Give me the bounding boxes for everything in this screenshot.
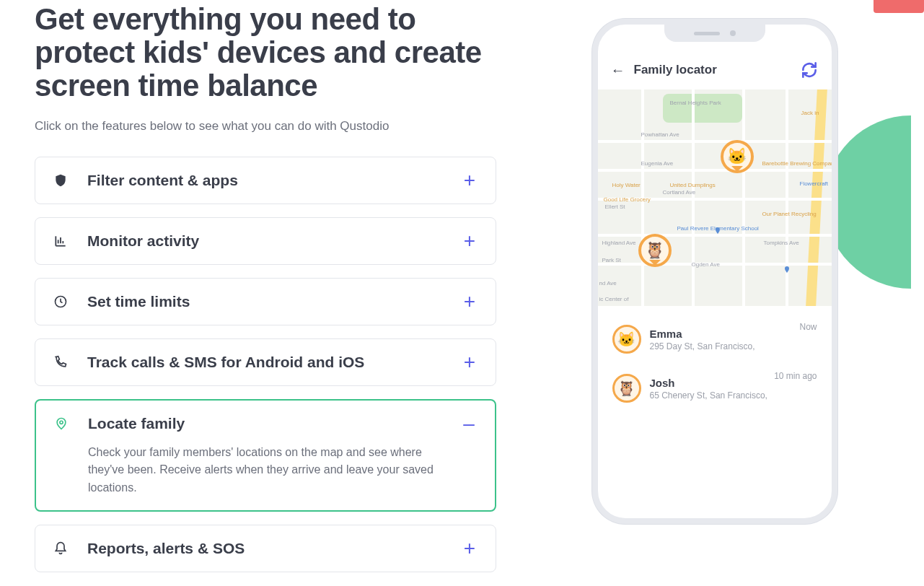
map-avatar-pin-josh[interactable]: 🦉 bbox=[638, 234, 672, 267]
family-time: 10 min ago bbox=[774, 371, 817, 381]
app-header-title: Family locator bbox=[634, 63, 791, 77]
family-address: 65 Chenery St, San Francisco, bbox=[650, 390, 817, 401]
page-subtitle: Click on the features below to see what … bbox=[35, 119, 496, 134]
map-pin-icon bbox=[783, 264, 791, 276]
map[interactable]: Bernal Heights Park Powhattan Ave Eugeni… bbox=[598, 89, 832, 306]
back-arrow-icon[interactable]: ← bbox=[611, 62, 625, 79]
decorative-green-shape bbox=[824, 115, 911, 289]
accordion-item-filter[interactable]: Filter content & apps + bbox=[35, 157, 496, 204]
family-list: 🐱 Emma 295 Day St, San Francisco, Now 🦉 … bbox=[598, 306, 832, 421]
accordion-body: Check your family members' locations on … bbox=[88, 444, 449, 497]
map-label: Powhattan Ave bbox=[641, 131, 679, 138]
map-label: Ellert St bbox=[605, 204, 625, 210]
shield-icon bbox=[53, 172, 69, 188]
map-label: Park St bbox=[602, 257, 621, 263]
clock-icon bbox=[53, 294, 69, 310]
expand-icon: + bbox=[461, 231, 478, 251]
map-label: Eugenia Ave bbox=[641, 160, 674, 167]
expand-icon: + bbox=[461, 538, 478, 559]
phone-notch bbox=[664, 25, 765, 42]
map-label: Highland Ave bbox=[602, 240, 636, 246]
collapse-icon: – bbox=[460, 414, 478, 434]
expand-icon: + bbox=[461, 352, 478, 372]
bell-icon bbox=[53, 541, 69, 556]
map-label: Cortland Ave bbox=[663, 189, 696, 196]
family-time: Now bbox=[799, 322, 817, 332]
family-list-item[interactable]: 🦉 Josh 65 Chenery St, San Francisco, 10 … bbox=[610, 364, 820, 413]
accordion-title: Reports, alerts & SOS bbox=[87, 540, 442, 557]
expand-icon: + bbox=[461, 170, 478, 191]
app-header: ← Family locator bbox=[598, 51, 832, 89]
accordion-title: Track calls & SMS for Android and iOS bbox=[87, 354, 442, 371]
accordion-title: Locate family bbox=[88, 415, 441, 432]
map-label: Ogden Ave bbox=[692, 261, 720, 268]
map-label: ic Center of bbox=[599, 296, 629, 302]
avatar: 🦉 bbox=[612, 374, 641, 403]
accordion-item-reports[interactable]: Reports, alerts & SOS + bbox=[35, 525, 496, 572]
accordion-item-monitor[interactable]: Monitor activity + bbox=[35, 217, 496, 265]
map-poi-label: Jack in bbox=[801, 110, 819, 116]
chart-icon bbox=[53, 233, 69, 249]
family-list-item[interactable]: 🐱 Emma 295 Day St, San Francisco, Now bbox=[610, 315, 820, 364]
map-poi-label: Our Planet Recycling bbox=[762, 211, 817, 217]
page-title: Get everything you need to protect kids'… bbox=[35, 3, 496, 103]
map-avatar-pin-emma[interactable]: 🐱 bbox=[721, 140, 754, 173]
accordion-title: Set time limits bbox=[87, 293, 442, 310]
features-accordion: Filter content & apps + Monitor activity… bbox=[35, 157, 496, 572]
map-label: Bernal Heights Park bbox=[670, 100, 721, 106]
map-poi-label: United Dumplings bbox=[670, 182, 716, 188]
accordion-item-timelimits[interactable]: Set time limits + bbox=[35, 278, 496, 325]
map-poi-label: Flowercraft bbox=[800, 180, 829, 187]
expand-icon: + bbox=[461, 292, 478, 312]
refresh-icon[interactable] bbox=[800, 61, 819, 79]
map-poi-label: Good Life Grocery bbox=[604, 196, 651, 203]
accordion-item-locate[interactable]: Locate family – Check your family member… bbox=[35, 399, 496, 512]
map-pin-icon bbox=[713, 225, 722, 237]
accordion-item-calls[interactable]: Track calls & SMS for Android and iOS + bbox=[35, 338, 496, 386]
svg-point-1 bbox=[60, 421, 63, 424]
accordion-title: Monitor activity bbox=[87, 232, 442, 250]
phone-mockup: ← Family locator bbox=[592, 19, 837, 524]
map-park-area bbox=[663, 94, 742, 123]
accordion-title: Filter content & apps bbox=[87, 172, 442, 189]
avatar: 🐱 bbox=[612, 325, 641, 354]
map-poi-label: Holy Water bbox=[612, 182, 641, 188]
family-address: 295 Day St, San Francisco, bbox=[650, 341, 817, 351]
location-pin-icon bbox=[53, 416, 69, 432]
family-name: Emma bbox=[650, 328, 817, 340]
map-label: Tompkins Ave bbox=[764, 240, 799, 246]
map-poi-label: Barebottle Brewing Company bbox=[762, 160, 832, 167]
map-label: nd Ave bbox=[599, 280, 617, 287]
phone-icon bbox=[53, 354, 69, 370]
